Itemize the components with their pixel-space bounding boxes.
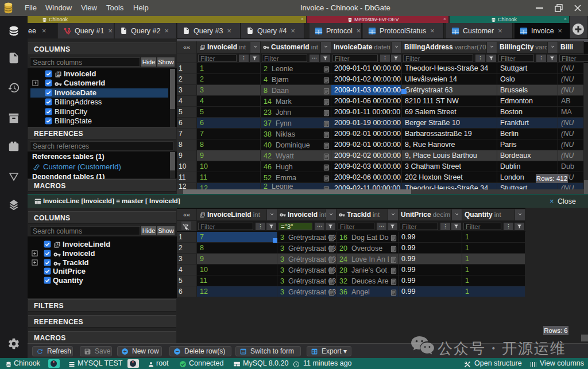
svg-text:1: 1 — [57, 242, 59, 246]
svg-text:1: 1 — [202, 213, 204, 216]
svg-text:1: 1 — [202, 45, 204, 48]
svg-text:1: 1 — [58, 72, 60, 75]
